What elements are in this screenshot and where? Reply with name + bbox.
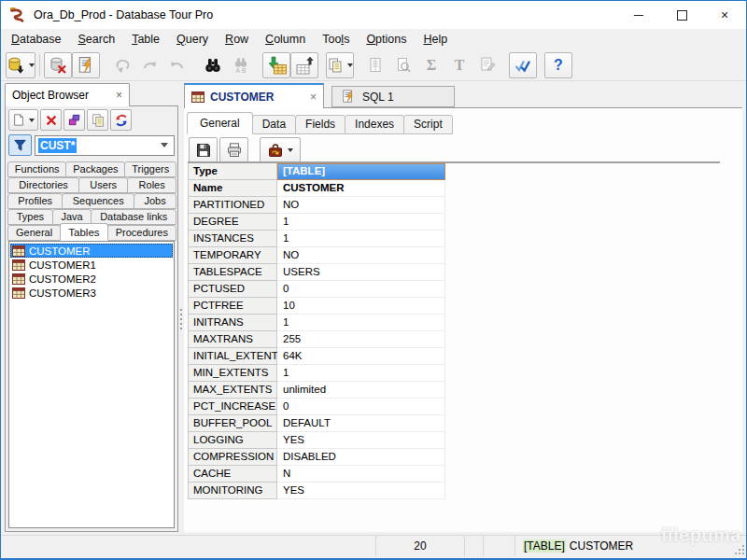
list-item-customer2[interactable]: CUSTOMER2 [10,272,173,286]
property-row[interactable]: MIN_EXTENTS 1 [188,365,445,382]
property-row[interactable]: Type [TABLE] [188,163,445,180]
disconnect-database-button[interactable] [44,52,72,78]
property-value[interactable]: 1 [277,214,445,231]
property-row[interactable]: INITRANS 1 [188,315,445,331]
object-browser-close-icon[interactable]: × [116,89,122,102]
property-value[interactable]: NO [277,247,445,264]
property-row[interactable]: COMPRESSION DISABLED [188,449,445,466]
menu-search[interactable]: Search [70,31,124,48]
property-value[interactable]: YES [277,432,445,449]
property-value[interactable]: 1 [277,231,445,247]
document-tab-close-icon[interactable]: × [310,91,317,104]
tab-users[interactable]: Users [78,177,128,193]
filter-combobox[interactable]: CUST* [35,135,175,156]
property-row[interactable]: TEMPORARY NO [188,247,445,264]
import-data-button[interactable] [262,52,290,78]
property-value[interactable]: CUSTOMER [277,180,445,197]
document-tab-sql[interactable]: SQL 1 [331,86,455,107]
menu-database[interactable]: Database [3,31,70,48]
property-value[interactable]: 64K [277,348,445,365]
property-row[interactable]: MAXTRANS 255 [188,331,445,348]
property-row[interactable]: PCTFREE 10 [188,298,445,315]
property-value[interactable]: 0 [277,399,445,415]
property-row[interactable]: INSTANCES 1 [188,231,445,247]
property-value[interactable]: DEFAULT [277,415,445,432]
page-tab-script[interactable]: Script [403,115,453,134]
list-item-customer[interactable]: CUSTOMER [10,244,173,258]
property-value[interactable]: 1 [277,315,445,331]
property-row[interactable]: PCT_INCREASE 0 [188,399,445,415]
connect-database-button[interactable] [6,52,35,78]
save-button[interactable] [189,137,218,163]
copy-table-button[interactable] [260,137,301,163]
resize-grip[interactable] [733,543,744,554]
tab-tables[interactable]: Tables [60,223,107,241]
tab-directories[interactable]: Directories [7,177,79,193]
title-bar[interactable]: Ora_Db_Prod - Database Tour Pro × [1,1,746,29]
property-row[interactable]: INITIAL_EXTENT 64K [188,348,445,365]
copy-button[interactable] [326,52,354,78]
tables-list[interactable]: CUSTOMER CUSTOMER1 CUSTOMER2 CUSTOMER3 [8,241,175,528]
help-button[interactable]: ? [544,52,572,78]
page-tab-fields[interactable]: Fields [295,115,345,134]
menu-query[interactable]: Query [168,31,217,48]
filter-toggle-button[interactable] [8,134,32,156]
objects-button[interactable] [63,109,85,131]
minimize-button[interactable] [617,1,660,29]
property-value[interactable]: YES [277,483,445,499]
menu-table[interactable]: Table [123,31,168,48]
property-value[interactable]: [TABLE] [277,163,445,180]
page-tab-general[interactable]: General [187,112,253,134]
tab-triggers[interactable]: Triggers [124,161,176,177]
property-value[interactable]: N [277,466,445,483]
refresh-button[interactable] [110,109,132,131]
menu-help[interactable]: Help [415,31,456,48]
property-value[interactable]: 10 [277,298,445,315]
tab-jobs[interactable]: Jobs [134,193,176,209]
property-row[interactable]: MAX_EXTENTS unlimited [188,382,445,399]
property-value[interactable]: USERS [277,264,445,281]
menu-row[interactable]: Row [217,31,257,48]
property-value[interactable]: 1 [277,365,445,382]
close-button[interactable]: × [703,1,746,29]
execute-sql-button[interactable] [72,52,100,78]
property-value[interactable]: DISABLED [277,449,445,466]
list-item-customer1[interactable]: CUSTOMER1 [10,258,173,272]
tab-procedures[interactable]: Procedures [107,225,176,241]
property-row[interactable]: LOGGING YES [188,432,445,449]
combobox-chevron-icon[interactable] [161,143,168,147]
property-value[interactable]: unlimited [277,382,445,399]
print-button[interactable] [219,137,248,163]
menu-column[interactable]: Column [257,31,314,48]
copy-object-button[interactable] [87,109,108,131]
menu-tools[interactable]: Tools [314,31,358,48]
property-value[interactable]: 255 [277,331,445,348]
export-data-button[interactable] [290,52,318,78]
validate-button[interactable] [509,52,537,78]
property-row[interactable]: TABLESPACE USERS [188,264,445,281]
property-value[interactable]: 0 [277,281,445,298]
page-tab-data[interactable]: Data [252,115,296,134]
property-row[interactable]: BUFFER_POOL DEFAULT [188,415,445,432]
object-browser-tab[interactable]: Object Browser × [5,83,130,106]
menu-options[interactable]: Options [358,31,415,48]
maximize-button[interactable] [660,1,703,29]
property-row[interactable]: PCTUSED 0 [188,281,445,298]
tab-functions[interactable]: Functions [7,161,66,177]
find-button[interactable] [199,52,227,78]
tab-general[interactable]: General [7,225,61,241]
document-tab-customer[interactable]: CUSTOMER × [184,83,324,108]
property-row[interactable]: Name CUSTOMER [188,180,445,197]
tab-packages[interactable]: Packages [65,161,125,177]
tab-profiles[interactable]: Profiles [7,193,63,209]
delete-object-button[interactable] [40,109,62,131]
property-row[interactable]: DEGREE 1 [188,214,445,231]
new-object-button[interactable] [8,109,38,131]
tab-roles[interactable]: Roles [127,177,176,193]
page-tab-indexes[interactable]: Indexes [345,115,404,134]
tab-sequences[interactable]: Sequences [62,193,134,209]
property-value[interactable]: NO [277,197,445,214]
property-row[interactable]: CACHE N [188,466,445,483]
property-row[interactable]: PARTITIONED NO [188,197,445,214]
list-item-customer3[interactable]: CUSTOMER3 [10,286,173,300]
